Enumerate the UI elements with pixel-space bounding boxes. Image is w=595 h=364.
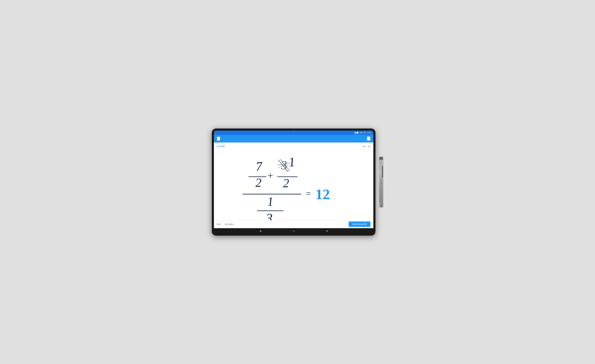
stylus-pen: Lenovo (379, 157, 383, 207)
status-icons: ▐▐▐▌ 86% 🔋 14:31 (354, 132, 371, 134)
handwritten-math-svg: 7 2 + 3 1 (214, 149, 373, 220)
bottom-bar: RAD DECIMAL CALCULATE (214, 220, 373, 228)
home-button[interactable]: ● (293, 230, 294, 232)
battery-icon: 🔋 (364, 132, 366, 134)
signal-strength: ▐▐▐▌ (354, 132, 359, 134)
canvas-area[interactable]: CLEAR ↩ ↪ 7 2 + (214, 143, 373, 220)
battery-level: 86% (360, 132, 363, 134)
rad-mode[interactable]: RAD (217, 223, 221, 225)
decimal-mode[interactable]: DECIMAL (225, 223, 234, 225)
tablet: ▐▐▐▌ 86% 🔋 14:31 ☰ (212, 128, 375, 236)
stylus-tip (381, 203, 382, 207)
svg-text:2: 2 (255, 176, 262, 189)
recent-button[interactable]: ■ (326, 230, 327, 232)
svg-text:=: = (306, 188, 311, 198)
svg-text:+: + (268, 170, 273, 181)
screen: ▐▐▐▌ 86% 🔋 14:31 ☰ (214, 131, 373, 234)
svg-text:7: 7 (255, 159, 263, 174)
menu-button[interactable]: ☰ (217, 136, 220, 141)
stylus-top (379, 157, 383, 160)
app-bar: ☰ (214, 135, 373, 143)
stylus-grip (382, 166, 383, 178)
share-button[interactable] (367, 136, 370, 141)
back-button[interactable]: ◀ (260, 230, 261, 232)
svg-text:2: 2 (283, 176, 289, 190)
redo-button[interactable]: ↪ (368, 145, 370, 148)
svg-text:1: 1 (288, 154, 296, 169)
svg-text:3: 3 (266, 211, 273, 220)
clear-button[interactable]: CLEAR (217, 145, 225, 148)
mode-selectors: RAD DECIMAL (217, 223, 234, 225)
undo-button[interactable]: ↩ (363, 145, 366, 148)
clock: 14:31 (367, 132, 371, 134)
status-bar: ▐▐▐▌ 86% 🔋 14:31 (214, 131, 373, 135)
stylus-brand-label: Lenovo (380, 178, 382, 185)
calculate-button[interactable]: CALCULATE (349, 221, 370, 227)
share-icon (367, 137, 370, 140)
navigation-bar: ◀ ● ■ (214, 228, 373, 234)
svg-text:1: 1 (267, 194, 274, 208)
scene: ▐▐▐▌ 86% 🔋 14:31 ☰ (212, 128, 383, 236)
canvas-toolbar: CLEAR ↩ ↪ (217, 145, 370, 148)
svg-text:12: 12 (315, 186, 330, 202)
undo-redo-controls: ↩ ↪ (363, 145, 370, 148)
